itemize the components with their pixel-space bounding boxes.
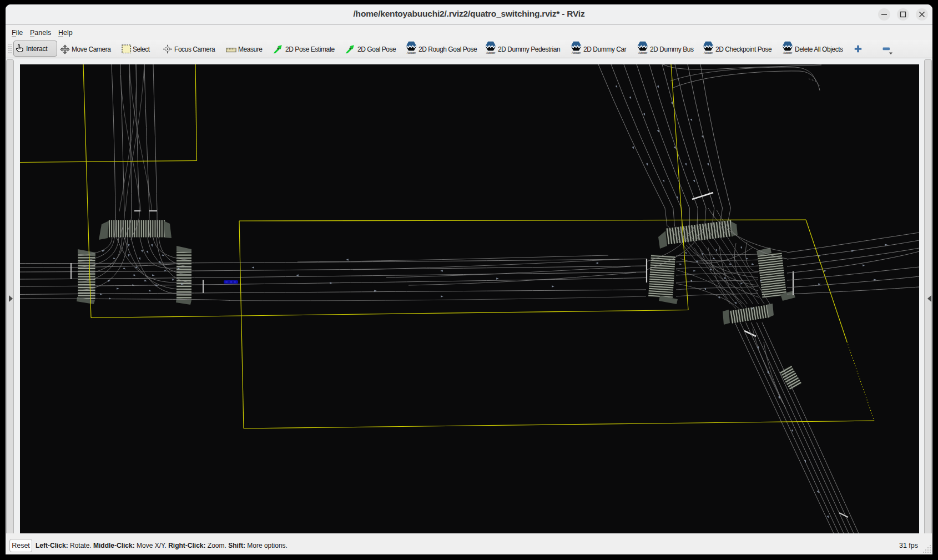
svg-text:Autoware: Autoware [406, 52, 416, 54]
svg-text:Autoware: Autoware [571, 52, 581, 54]
svg-text:Autoware: Autoware [783, 52, 793, 54]
svg-text:Autoware: Autoware [703, 52, 713, 54]
svg-text:Autoware: Autoware [638, 52, 648, 54]
svg-text:Autoware: Autoware [486, 52, 496, 54]
